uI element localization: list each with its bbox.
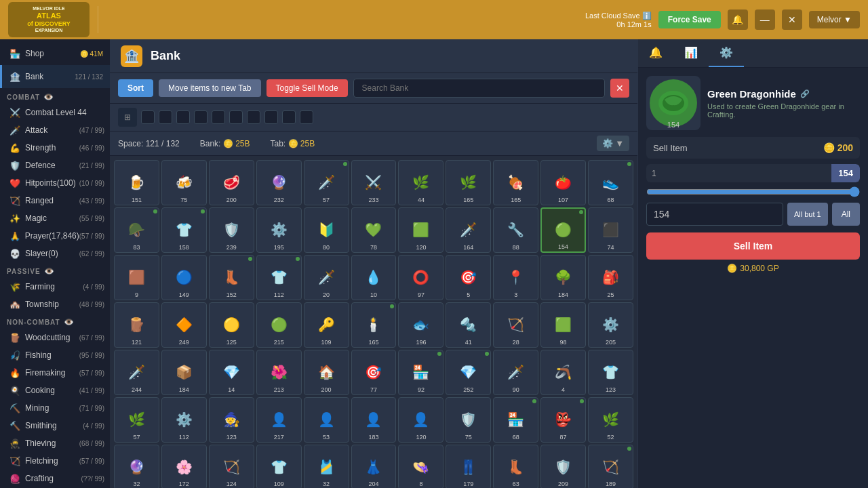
bank-item-0[interactable]: 🍺151: [114, 160, 159, 205]
bank-item-39[interactable]: 🐟196: [398, 302, 443, 348]
bank-item-41[interactable]: 🏹28: [493, 302, 538, 348]
sell-manual-qty-input[interactable]: [646, 203, 783, 226]
bank-item-4[interactable]: 🗡️57: [304, 160, 349, 205]
bank-item-51[interactable]: 💎252: [446, 350, 491, 395]
sidebar-item-smithing[interactable]: 🔨 Smithing (4 / 99): [0, 417, 110, 434]
bank-item-18[interactable]: 🗡️164: [446, 207, 491, 253]
bank-item-12[interactable]: 👕158: [161, 207, 207, 253]
bank-item-32[interactable]: 🎒25: [588, 255, 633, 300]
sidebar-item-slayer[interactable]: 💀 Slayer(0) (62 / 99): [0, 245, 110, 262]
sidebar-item-magic[interactable]: ✨ Magic (55 / 99): [0, 209, 110, 227]
bank-item-73[interactable]: 👖179: [446, 445, 491, 488]
bank-item-45[interactable]: 📦184: [161, 350, 207, 395]
bank-item-33[interactable]: 🪵121: [114, 302, 159, 348]
settings-button[interactable]: —: [755, 9, 775, 30]
bank-item-23[interactable]: 🔵149: [161, 255, 207, 300]
bank-item-61[interactable]: 👤120: [398, 397, 443, 443]
bank-item-28[interactable]: ⭕97: [398, 255, 443, 300]
bank-item-65[interactable]: 🌿52: [588, 397, 633, 443]
rpanel-tab-settings[interactable]: ⚙️: [709, 39, 744, 67]
bank-item-38[interactable]: 🕯️165: [351, 302, 397, 348]
bank-settings-button[interactable]: ⚙️ ▼: [597, 136, 629, 151]
bank-item-52[interactable]: 🗡️90: [493, 350, 538, 395]
sort-button[interactable]: Sort: [118, 79, 153, 97]
sidebar-item-township[interactable]: 🏘️ Township (48 / 99): [0, 296, 110, 313]
bank-item-20[interactable]: 🟢154: [540, 207, 586, 253]
bank-item-6[interactable]: 🌿44: [398, 160, 443, 205]
bank-item-14[interactable]: ⚙️195: [256, 207, 302, 253]
bank-item-31[interactable]: 🌳184: [540, 255, 586, 300]
bank-item-53[interactable]: 🪃4: [540, 350, 586, 395]
sidebar-item-fletching[interactable]: 🏹 Fletching (57 / 99): [0, 452, 110, 470]
bank-item-5[interactable]: ⚔️233: [351, 160, 397, 205]
bank-tab-4-checkbox[interactable]: [194, 110, 208, 124]
rpanel-tab-notifications[interactable]: 🔔: [638, 39, 673, 67]
item-name-link-icon[interactable]: 🔗: [800, 89, 810, 98]
sidebar-item-strength[interactable]: 💪 Strength (46 / 99): [0, 139, 110, 157]
bank-item-3[interactable]: 🔮232: [256, 160, 302, 205]
bank-item-26[interactable]: 🗡️20: [304, 255, 349, 300]
bank-item-2[interactable]: 🥩200: [209, 160, 254, 205]
combat-eye-icon[interactable]: 👁️: [43, 92, 54, 102]
close-button[interactable]: ✕: [782, 9, 802, 30]
all-button[interactable]: All: [832, 203, 860, 226]
bank-tab-6-checkbox[interactable]: [229, 110, 243, 124]
sidebar-item-mining[interactable]: ⛏️ Mining (71 / 99): [0, 399, 110, 417]
bank-item-47[interactable]: 🌺213: [256, 350, 302, 395]
bank-item-54[interactable]: 👕123: [588, 350, 633, 395]
bank-item-27[interactable]: 💧10: [351, 255, 397, 300]
bank-item-76[interactable]: 🏹189: [588, 445, 633, 488]
force-save-button[interactable]: Force Save: [658, 11, 721, 28]
sidebar-item-crafting[interactable]: 🧶 Crafting (??/ 99): [0, 470, 110, 487]
sidebar-item-bank[interactable]: 🏦 Bank 121 / 132: [0, 65, 110, 88]
bank-item-40[interactable]: 🔩41: [446, 302, 491, 348]
bank-item-70[interactable]: 🎽32: [304, 445, 349, 488]
sidebar-item-shop[interactable]: 🏪 Shop 🪙 41M: [0, 42, 110, 65]
bank-item-7[interactable]: 🌿165: [446, 160, 491, 205]
bank-item-55[interactable]: 🌿57: [114, 397, 159, 443]
bank-item-25[interactable]: 👕112: [256, 255, 302, 300]
sidebar-item-fishing[interactable]: 🎣 Fishing (95 / 99): [0, 346, 110, 364]
sidebar-item-cooking[interactable]: 🍳 Cooking (41 / 99): [0, 382, 110, 399]
sell-item-button[interactable]: Sell Item: [646, 232, 860, 260]
bank-tab-1-checkbox[interactable]: [141, 110, 155, 124]
bank-item-67[interactable]: 🌸172: [161, 445, 207, 488]
bank-item-11[interactable]: 🪖83: [114, 207, 159, 253]
bank-tab-all[interactable]: ⊞: [118, 108, 137, 127]
bank-item-44[interactable]: 🗡️244: [114, 350, 159, 395]
sell-quantity-slider[interactable]: [646, 186, 860, 197]
sidebar-item-hitpoints[interactable]: ❤️ Hitpoints(100) (10 / 99): [0, 174, 110, 192]
bank-tab-7-checkbox[interactable]: [247, 110, 260, 124]
bank-item-74[interactable]: 👢63: [493, 445, 538, 488]
bank-item-34[interactable]: 🔶249: [161, 302, 207, 348]
bank-tab-3-checkbox[interactable]: [176, 110, 190, 124]
bank-item-30[interactable]: 📍3: [493, 255, 538, 300]
move-items-button[interactable]: Move items to new Tab: [159, 79, 261, 97]
bank-item-50[interactable]: 🏪92: [398, 350, 443, 395]
bank-item-15[interactable]: 🔰80: [304, 207, 349, 253]
bank-item-19[interactable]: 🔧88: [493, 207, 538, 253]
sidebar-item-farming[interactable]: 🌾 Farming (4 / 99): [0, 278, 110, 296]
non-combat-eye-icon[interactable]: 👁️: [64, 317, 75, 327]
sidebar-item-combat-level[interactable]: ⚔️ Combat Level 44: [0, 104, 110, 121]
sidebar-item-prayer[interactable]: 🙏 Prayer(17,846) (57 / 99): [0, 227, 110, 245]
bank-item-64[interactable]: 👺87: [540, 397, 586, 443]
close-search-button[interactable]: ✕: [610, 79, 629, 98]
bank-item-69[interactable]: 👕109: [256, 445, 302, 488]
sidebar-item-attack[interactable]: 🗡️ Attack (47 / 99): [0, 121, 110, 139]
bank-item-48[interactable]: 🏠200: [304, 350, 349, 395]
bank-item-63[interactable]: 🏪68: [493, 397, 538, 443]
bank-item-57[interactable]: 🧙123: [209, 397, 254, 443]
bank-item-42[interactable]: 🟩98: [540, 302, 586, 348]
bank-item-22[interactable]: 🟫9: [114, 255, 159, 300]
bank-item-29[interactable]: 🎯5: [446, 255, 491, 300]
bank-tab-10-checkbox[interactable]: [300, 110, 313, 124]
bank-item-35[interactable]: 🟡125: [209, 302, 254, 348]
bank-item-37[interactable]: 🔑109: [304, 302, 349, 348]
sidebar-item-defence[interactable]: 🛡️ Defence (21 / 99): [0, 157, 110, 174]
bank-item-8[interactable]: 🍖165: [493, 160, 538, 205]
bank-tab-9-checkbox[interactable]: [282, 110, 296, 124]
bank-item-58[interactable]: 👤217: [256, 397, 302, 443]
bank-item-49[interactable]: 🎯77: [351, 350, 397, 395]
bank-item-43[interactable]: ⚙️205: [588, 302, 633, 348]
